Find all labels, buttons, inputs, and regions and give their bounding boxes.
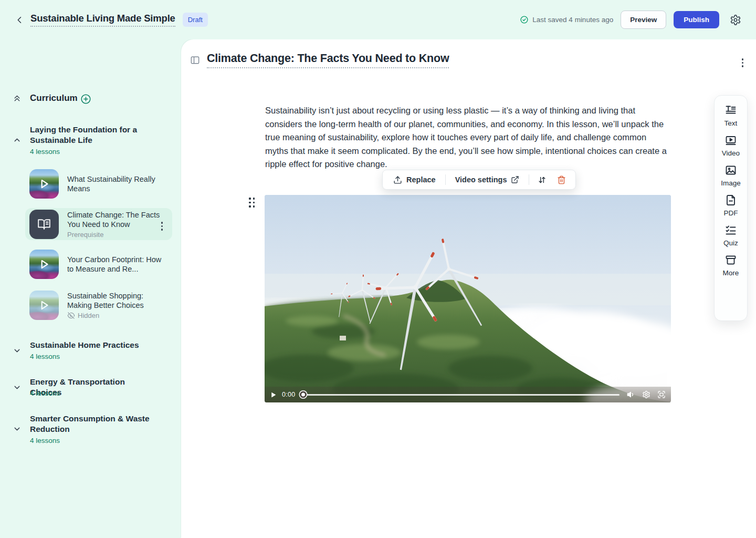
play-icon bbox=[37, 257, 51, 271]
chevron-down-icon bbox=[13, 425, 22, 433]
panel-left-icon bbox=[190, 55, 200, 65]
move-block-button[interactable] bbox=[533, 172, 551, 188]
lesson-hidden-status: Hidden bbox=[67, 312, 165, 319]
insert-block-palette: Text Video Image PDF Quiz More bbox=[714, 95, 748, 321]
lesson-reading-thumbnail bbox=[29, 210, 59, 239]
lesson-options-button[interactable] bbox=[740, 56, 746, 69]
preview-button[interactable]: Preview bbox=[621, 11, 666, 29]
video-block-icon bbox=[724, 134, 737, 147]
save-status: Last saved 4 minutes ago bbox=[520, 15, 613, 24]
course-title[interactable]: Sustainable Living Made Simple bbox=[30, 13, 175, 27]
lesson-intro-paragraph[interactable]: Sustainability isn’t just about recyclin… bbox=[265, 104, 670, 171]
lesson-title: Your Carbon Footprint: How to Measure an… bbox=[67, 255, 162, 274]
section-4-toggle[interactable] bbox=[13, 425, 22, 433]
toolbar-divider bbox=[529, 174, 529, 185]
gear-icon bbox=[730, 14, 741, 26]
image-block-icon bbox=[724, 164, 737, 177]
settings-button[interactable] bbox=[728, 12, 743, 28]
check-circle-icon bbox=[520, 15, 529, 24]
block-drag-handle[interactable] bbox=[249, 198, 256, 208]
play-icon bbox=[37, 298, 51, 312]
seek-handle[interactable] bbox=[300, 391, 307, 398]
seek-bar[interactable] bbox=[301, 394, 620, 396]
volume-button[interactable] bbox=[627, 390, 635, 399]
replace-video-button[interactable]: Replace bbox=[388, 172, 441, 188]
video-player[interactable]: 0:00 bbox=[265, 195, 671, 402]
eye-off-icon bbox=[67, 312, 75, 319]
chevron-up-icon bbox=[13, 136, 22, 144]
collapse-all-button[interactable] bbox=[13, 94, 22, 103]
pdf-block-icon bbox=[724, 194, 737, 206]
top-bar: Sustainable Living Made Simple Draft Las… bbox=[0, 0, 756, 39]
curriculum-sidebar: Curriculum Laying the Foundation for a S… bbox=[0, 39, 181, 538]
video-settings-button[interactable]: Video settings bbox=[450, 172, 525, 187]
sidebar-toggle-button[interactable] bbox=[190, 55, 200, 65]
lesson-menu-button[interactable] bbox=[159, 220, 165, 233]
lesson-item-sustainable-shopping[interactable]: Sustainable Shopping: Making Better Choi… bbox=[29, 291, 165, 320]
status-badge: Draft bbox=[183, 13, 208, 27]
chevron-down-icon bbox=[13, 383, 22, 392]
play-button[interactable] bbox=[270, 391, 277, 398]
section-1-lesson-count: 4 lessons bbox=[30, 148, 60, 156]
lesson-title: Climate Change: The Facts You Need to Kn… bbox=[67, 210, 161, 229]
lesson-subtitle: Prerequisite bbox=[67, 231, 161, 239]
upload-icon bbox=[393, 175, 402, 184]
back-button[interactable] bbox=[13, 13, 27, 27]
section-1-title[interactable]: Laying the Foundation for a Sustainable … bbox=[30, 125, 156, 146]
insert-video-button[interactable]: Video bbox=[722, 134, 740, 157]
text-block-icon bbox=[724, 104, 737, 117]
section-2-lesson-count: 4 lessons bbox=[30, 353, 60, 360]
video-settings-button[interactable] bbox=[642, 390, 650, 399]
section-4-lesson-count: 4 lessons bbox=[30, 437, 60, 444]
add-section-button[interactable] bbox=[80, 94, 91, 105]
insert-image-button[interactable]: Image bbox=[721, 164, 741, 187]
insert-text-button[interactable]: Text bbox=[724, 104, 738, 127]
trash-icon bbox=[557, 175, 566, 184]
current-time: 0:00 bbox=[282, 391, 296, 398]
settings-icon bbox=[642, 390, 650, 399]
lesson-video-thumbnail bbox=[29, 169, 59, 199]
section-4-title[interactable]: Smarter Consumption & Waste Reduction bbox=[30, 413, 156, 434]
plus-circle-icon bbox=[80, 94, 91, 105]
section-2-toggle[interactable] bbox=[13, 346, 22, 355]
lesson-editor-panel: Climate Change: The Facts You Need to Kn… bbox=[181, 39, 756, 538]
section-3-lesson-count: 4 lessons bbox=[30, 389, 60, 397]
play-icon bbox=[37, 177, 51, 191]
section-3-toggle[interactable] bbox=[13, 383, 22, 392]
lesson-item-climate-change[interactable]: Climate Change: The Facts You Need to Kn… bbox=[25, 208, 172, 240]
chevrons-up-icon bbox=[13, 94, 22, 103]
video-frame-wind-turbines bbox=[265, 195, 671, 402]
save-status-text: Last saved 4 minutes ago bbox=[532, 16, 613, 24]
lesson-page-title[interactable]: Climate Change: The Facts You Need to Kn… bbox=[207, 52, 449, 68]
curriculum-heading: Curriculum bbox=[30, 93, 78, 104]
lesson-title: Sustainable Shopping: Making Better Choi… bbox=[67, 291, 165, 310]
fullscreen-button[interactable] bbox=[657, 390, 666, 399]
chevron-down-icon bbox=[13, 346, 22, 355]
fullscreen-icon bbox=[657, 390, 666, 399]
insert-quiz-button[interactable]: Quiz bbox=[723, 224, 738, 247]
chevron-left-icon bbox=[15, 15, 25, 25]
external-link-icon bbox=[511, 175, 519, 184]
reorder-arrows-icon bbox=[538, 175, 547, 184]
quiz-block-icon bbox=[724, 224, 737, 236]
volume-icon bbox=[627, 390, 635, 399]
video-block-toolbar: Replace Video settings bbox=[382, 170, 576, 190]
insert-more-button[interactable]: More bbox=[723, 254, 739, 277]
delete-block-button[interactable] bbox=[553, 172, 570, 188]
lesson-video-thumbnail bbox=[29, 250, 59, 279]
more-block-icon bbox=[724, 254, 737, 266]
toolbar-divider bbox=[445, 174, 446, 185]
insert-pdf-button[interactable]: PDF bbox=[724, 194, 738, 217]
section-1-toggle[interactable] bbox=[13, 136, 22, 144]
publish-button[interactable]: Publish bbox=[674, 11, 719, 28]
lesson-item-what-sustainability[interactable]: What Sustainability Really Means bbox=[29, 169, 165, 199]
section-2-title[interactable]: Sustainable Home Practices bbox=[30, 340, 156, 350]
lesson-title: What Sustainability Really Means bbox=[67, 174, 165, 193]
lesson-item-carbon-footprint[interactable]: Your Carbon Footprint: How to Measure an… bbox=[29, 250, 162, 279]
play-icon bbox=[270, 391, 277, 398]
book-open-icon bbox=[37, 218, 51, 231]
video-control-bar: 0:00 bbox=[265, 387, 671, 402]
lesson-video-thumbnail bbox=[29, 291, 59, 320]
